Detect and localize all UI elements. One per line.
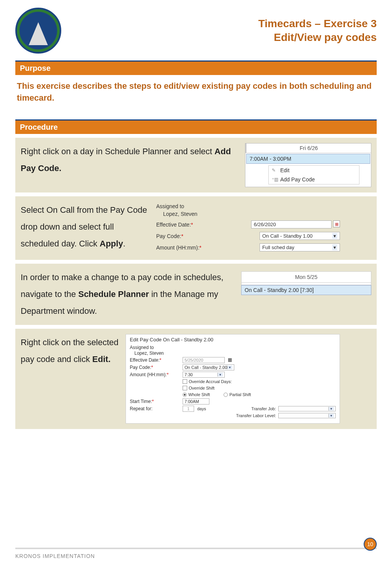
pay-code-dropdown[interactable]: On Call - Standby 1.00▾ [260, 232, 340, 240]
menu-item-add-pay-code[interactable]: ⁺▥ Add Pay Code [269, 175, 359, 184]
title-line-2: Edit/View pay codes [258, 31, 377, 44]
menu-add-label: Add Pay Code [280, 176, 315, 183]
start-time-field[interactable]: 7:00AM [183, 398, 209, 405]
shift-cell[interactable]: 7:00AM - 3:00PM [246, 154, 370, 164]
step-2-text-a: Select On Call from the Pay Code drop do… [21, 205, 147, 248]
chevron-down-icon: ▾ [217, 373, 223, 377]
step-4-bold: Edit. [92, 354, 111, 364]
chevron-down-icon: ▾ [328, 414, 334, 418]
step-3-bold: Schedule Planner [78, 289, 149, 299]
amount-label-2: Amount (HH:mm):* [130, 372, 180, 377]
pay-code-label-2: Pay Code:* [130, 365, 180, 370]
footer: KRONOS IMPLEMENTATION [15, 548, 377, 559]
chevron-down-icon: ▾ [332, 233, 337, 239]
state-seal-logo [15, 8, 61, 54]
repeat-for-label: Repeat for: [130, 406, 180, 411]
effective-date-field[interactable]: 6/26/2020 [251, 220, 332, 228]
day-header: Fri 6/26 [245, 144, 371, 153]
partial-shift-radio[interactable]: Partial Shift [224, 392, 251, 397]
chevron-down-icon: ▾ [227, 365, 232, 369]
effective-date-field-2[interactable]: 5/25/2020 [183, 357, 225, 363]
transfer-labor-dropdown[interactable]: ▾ [278, 413, 336, 418]
menu-edit-label: Edit [280, 167, 289, 173]
transfer-job-dropdown[interactable]: ▾ [278, 406, 336, 411]
step-1-text: Right click on a day in Schedule Planner… [21, 143, 240, 187]
step-4-text: Right click on the selected pay code and… [21, 334, 120, 368]
assigned-to-value-2: Lopez, Steven [130, 351, 180, 356]
paycode-entry[interactable]: On Call - Standby 2.00 [7:30] [241, 285, 371, 295]
amount-dropdown-2[interactable]: 7:30▾ [183, 372, 225, 378]
amount-dropdown[interactable]: Full sched day▾ [260, 243, 340, 251]
transfer-job-label: Transfer Job: [252, 406, 276, 411]
effective-date-label-2: Effective Date:* [130, 357, 180, 363]
menu-item-edit[interactable]: ✎ Edit [269, 166, 359, 175]
add-icon: ⁺▥ [272, 177, 277, 182]
step-1-text-a: Right click on a day in Schedule Planner… [21, 147, 214, 156]
step-3: In order to make a change to a pay code … [15, 264, 377, 325]
step-4: Right click on the selected pay code and… [15, 329, 377, 429]
purpose-heading: Purpose [15, 60, 377, 75]
override-shift-checkbox[interactable]: Override Shift [183, 385, 214, 391]
dialog-title: Edit Pay Code On Call - Standby 2.00 [130, 337, 336, 343]
chevron-down-icon: ▾ [328, 407, 334, 411]
calendar-icon[interactable]: ▦ [333, 220, 340, 227]
calendar-icon[interactable]: ▦ [228, 357, 234, 363]
edit-pay-code-dialog-screenshot: Edit Pay Code On Call - Standby 2.00 Ass… [126, 334, 340, 424]
step-1: Right click on a day in Schedule Planner… [15, 138, 377, 192]
whole-shift-radio[interactable]: Whole Shift [183, 392, 210, 397]
effective-date-label: Effective Date:* [156, 222, 225, 228]
repeat-for-field[interactable]: 1 [183, 406, 194, 412]
page-number-badge: 10 [364, 538, 377, 551]
repeat-unit: days [197, 406, 206, 411]
override-accrual-checkbox[interactable]: Override Accrual Days: [183, 379, 232, 384]
assigned-to-value: Lopez, Steven [163, 211, 340, 217]
pencil-icon: ✎ [272, 168, 277, 173]
add-pay-code-form-screenshot: Assigned to Lopez, Steven Effective Date… [156, 202, 340, 254]
intro-text: This exercise describes the steps to edi… [15, 75, 377, 116]
chevron-down-icon: ▾ [332, 245, 337, 250]
page-title: Timecards – Exercise 3 Edit/View pay cod… [258, 17, 377, 45]
header: Timecards – Exercise 3 Edit/View pay cod… [15, 8, 377, 54]
start-time-label: Start Time:* [130, 399, 180, 404]
context-menu: ✎ Edit ⁺▥ Add Pay Code [268, 165, 359, 184]
pay-code-dropdown-2[interactable]: On Call - Standby 2.00▾ [183, 364, 234, 370]
schedule-context-menu-screenshot: Fri 6/26 7:00AM - 3:00PM ✎ Edit ⁺▥ Add P… [245, 143, 371, 187]
procedure-heading: Procedure [15, 119, 377, 134]
footer-text: KRONOS IMPLEMENTATION [15, 553, 95, 559]
step-2: Select On Call from the Pay Code drop do… [15, 196, 377, 260]
assigned-to-label: Assigned to [156, 203, 340, 209]
transfer-labor-label: Transfer Labor Level: [236, 413, 276, 418]
step-2-bold: Apply [100, 239, 123, 248]
schedule-cell-screenshot: Mon 5/25 On Call - Standby 2.00 [7:30] [241, 271, 371, 320]
title-line-1: Timecards – Exercise 3 [258, 17, 377, 31]
pay-code-label: Pay Code:* [156, 233, 225, 239]
assigned-to-label-2: Assigned to [130, 345, 180, 350]
day-header-2: Mon 5/25 [241, 271, 371, 283]
amount-label: Amount (HH:mm):* [156, 245, 225, 251]
step-3-text: In order to make a change to a pay code … [21, 269, 236, 320]
step-2-text: Select On Call from the Pay Code drop do… [21, 202, 151, 254]
step-2-text-c: . [123, 239, 125, 248]
